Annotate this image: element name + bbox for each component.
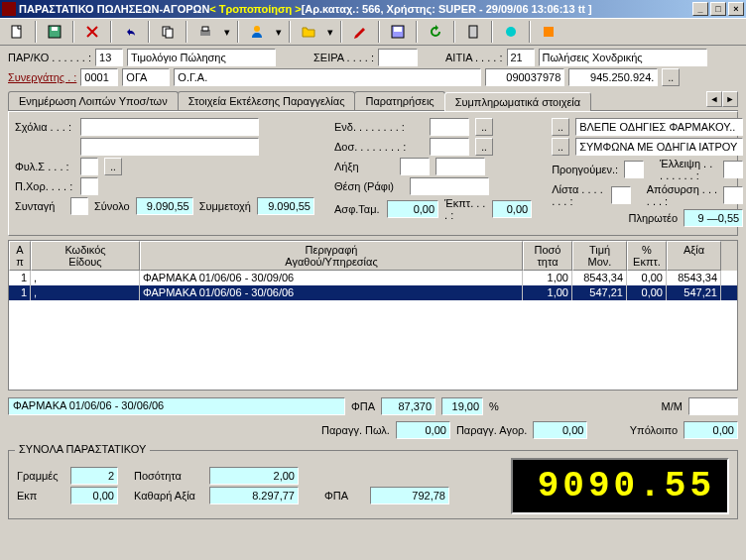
synolo-input[interactable] <box>136 197 193 215</box>
liksi-2[interactable] <box>435 158 485 175</box>
sxolia-input-2[interactable] <box>80 138 259 156</box>
grid-body[interactable]: 1,ΦΑΡΜΑΚΑ 01/06/06 - 30/09/061,008543,34… <box>9 271 737 390</box>
gh-ekpt[interactable]: %Εκπτ. <box>627 241 667 271</box>
svg-rect-10 <box>469 26 477 38</box>
posotita-input <box>209 467 299 485</box>
parko-desc-input[interactable] <box>127 49 276 66</box>
gh-pos[interactable]: Ποσότητα <box>523 241 572 271</box>
lista-input[interactable] <box>611 186 631 204</box>
fyls-input[interactable] <box>80 158 98 175</box>
fyls-label: Φυλ.Σ . . . : <box>15 161 74 172</box>
sxolia-label: Σχόλια . . . : <box>15 121 74 133</box>
elleipsi-input[interactable] <box>723 161 743 178</box>
close-button[interactable]: × <box>728 2 744 16</box>
asftam-label: Ασφ.Ταμ. <box>334 203 381 215</box>
svg-point-7 <box>254 26 260 32</box>
tab-1[interactable]: Στοιχεία Εκτέλεσης Παραγγελίας <box>178 91 356 110</box>
pxor-label: Π.Χορ. . . . : <box>15 180 74 192</box>
ekp-input <box>70 487 118 504</box>
liksi-1[interactable] <box>400 158 430 175</box>
fpa-pct-input[interactable] <box>441 397 483 415</box>
refresh-icon[interactable] <box>422 20 449 44</box>
note1-button[interactable]: .. <box>552 118 569 136</box>
syn-num-input[interactable] <box>485 68 564 86</box>
note1-input[interactable] <box>575 118 743 136</box>
total-display: 9090.55 <box>511 458 729 514</box>
tabs: Ενημέρωση Λοιπών Υποσ/των Στοιχεία Εκτέλ… <box>8 91 738 111</box>
seira-input[interactable] <box>378 49 418 66</box>
parko-code-input[interactable] <box>95 49 123 66</box>
gh-timi[interactable]: ΤιμήΜον. <box>572 241 627 271</box>
dos-input[interactable] <box>430 138 469 156</box>
note2-button[interactable]: .. <box>552 138 569 156</box>
fpa-input[interactable] <box>381 397 435 415</box>
delete-icon[interactable] <box>78 20 106 44</box>
tool3-icon[interactable] <box>535 20 562 44</box>
syn-more-button[interactable]: .. <box>662 68 680 86</box>
table-row[interactable]: 1,ΦΑΡΜΑΚΑ 01/06/06 - 30/09/061,008543,34… <box>9 271 737 285</box>
paraggagor-input[interactable] <box>533 421 587 439</box>
tool2-icon[interactable] <box>497 20 525 44</box>
tool1-icon[interactable] <box>459 20 487 44</box>
folder-icon[interactable] <box>295 20 322 44</box>
table-row[interactable]: 1,ΦΑΡΜΑΚΑ 01/06/06 - 30/06/061,00547,210… <box>9 285 737 300</box>
undo-icon[interactable] <box>116 20 144 44</box>
syn-code-input[interactable] <box>80 68 118 86</box>
tab-0[interactable]: Ενημέρωση Λοιπών Υποσ/των <box>8 91 179 110</box>
sxolia-input-1[interactable] <box>80 118 259 136</box>
pxor-input[interactable] <box>80 177 98 195</box>
edit-icon[interactable] <box>346 20 374 44</box>
paraggpol-input[interactable] <box>396 421 450 439</box>
symmetohi-input[interactable] <box>257 197 314 215</box>
end-input[interactable] <box>430 118 469 136</box>
aposyrsi-input[interactable] <box>723 186 743 204</box>
syn-name-input[interactable] <box>122 68 170 86</box>
gh-per[interactable]: ΠεριγραφήΑγαθού/Υπηρεσίας <box>140 241 523 271</box>
user-icon[interactable] <box>243 20 271 44</box>
asftam-input[interactable] <box>387 200 438 218</box>
tab-2[interactable]: Παρατηρήσεις <box>354 91 444 110</box>
disk-icon[interactable] <box>384 20 412 44</box>
tab-3[interactable]: Συμπληρωματικά στοιχεία <box>444 92 592 111</box>
gh-aksia[interactable]: Αξία <box>667 241 721 271</box>
plhrwteo-input[interactable] <box>684 209 743 227</box>
tab-next-button[interactable]: ► <box>722 91 738 107</box>
thesi-input[interactable] <box>410 177 489 195</box>
aitia-code-input[interactable] <box>507 49 535 66</box>
gh-ap[interactable]: Απ <box>9 241 31 271</box>
elleipsi-label: Έλλειψη . . . . . . . . : <box>660 158 717 181</box>
title-mode: < Τροποποίηση > <box>209 3 301 15</box>
end-label: Ενδ. . . . . . . . : <box>334 121 424 133</box>
ypoloipo-label: Υπόλοιπο <box>630 424 678 436</box>
folder-dropdown-icon[interactable]: ▾ <box>324 20 336 44</box>
grid-header: Απ ΚωδικόςΕίδους ΠεριγραφήΑγαθού/Υπηρεσί… <box>9 241 737 271</box>
print-icon[interactable] <box>191 20 219 44</box>
svg-rect-4 <box>166 29 173 38</box>
save-icon[interactable] <box>41 20 68 44</box>
proig-input[interactable] <box>624 161 644 178</box>
totals-group: ΣΥΝΟΛΑ ΠΑΡΑΣΤΑΤΙΚΟΥ Γραμμές Ποσότητα Εκπ… <box>8 450 738 519</box>
tab-prev-button[interactable]: ◄ <box>706 91 722 107</box>
syn-phone-input[interactable] <box>568 68 658 86</box>
print-dropdown-icon[interactable]: ▾ <box>221 20 233 44</box>
aitia-desc-input[interactable] <box>539 49 707 66</box>
minimize-button[interactable]: _ <box>692 2 708 16</box>
posotita-label: Ποσότητα <box>134 470 203 482</box>
ekpt2-input[interactable] <box>492 200 532 218</box>
maximize-button[interactable]: □ <box>710 2 726 16</box>
ypoloipo-input[interactable] <box>684 421 738 439</box>
copy-icon[interactable] <box>154 20 182 44</box>
mm-input[interactable] <box>688 397 738 415</box>
syn-field-input[interactable] <box>174 68 481 86</box>
note2-input[interactable] <box>575 138 743 156</box>
ekp-label: Εκπ <box>17 490 64 502</box>
tab-body: Σχόλια . . . : Φυλ.Σ . . . : .. Π.Χορ. .… <box>8 111 738 236</box>
new-icon[interactable] <box>3 20 31 44</box>
end-button[interactable]: .. <box>475 118 493 136</box>
user-dropdown-icon[interactable]: ▾ <box>273 20 285 44</box>
gh-kod[interactable]: ΚωδικόςΕίδους <box>31 241 140 271</box>
fyls-button[interactable]: .. <box>104 158 122 175</box>
syntagi-input[interactable] <box>70 197 88 215</box>
dos-button[interactable]: .. <box>475 138 493 156</box>
synergatis-label[interactable]: Συνεργάτης . : <box>8 71 76 83</box>
